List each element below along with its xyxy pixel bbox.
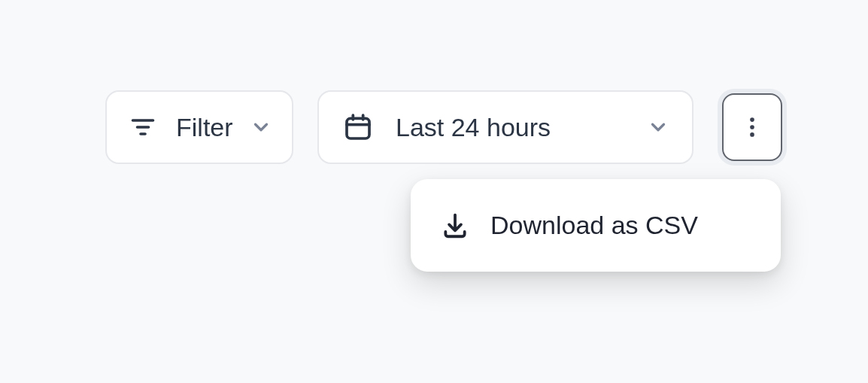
- calendar-icon: [343, 112, 373, 142]
- download-icon: [441, 211, 469, 240]
- filter-icon: [129, 114, 156, 141]
- svg-point-9: [750, 132, 754, 137]
- more-vertical-icon: [739, 114, 765, 140]
- date-range-button[interactable]: Last 24 hours: [317, 90, 693, 164]
- svg-rect-3: [347, 118, 369, 138]
- date-range-label: Last 24 hours: [396, 113, 551, 142]
- chevron-down-icon: [647, 116, 669, 138]
- download-csv-label: Download as CSV: [490, 211, 698, 240]
- toolbar: Filter Last 24 hours: [105, 89, 787, 166]
- more-button-focus-ring: [718, 89, 787, 166]
- more-options-button[interactable]: [722, 93, 782, 161]
- svg-point-8: [750, 125, 754, 129]
- filter-label: Filter: [176, 113, 233, 142]
- svg-point-7: [750, 117, 754, 122]
- filter-button[interactable]: Filter: [105, 90, 293, 164]
- more-options-menu: Download as CSV: [411, 179, 781, 272]
- download-csv-menu-item[interactable]: Download as CSV: [411, 194, 781, 257]
- chevron-down-icon: [250, 116, 272, 138]
